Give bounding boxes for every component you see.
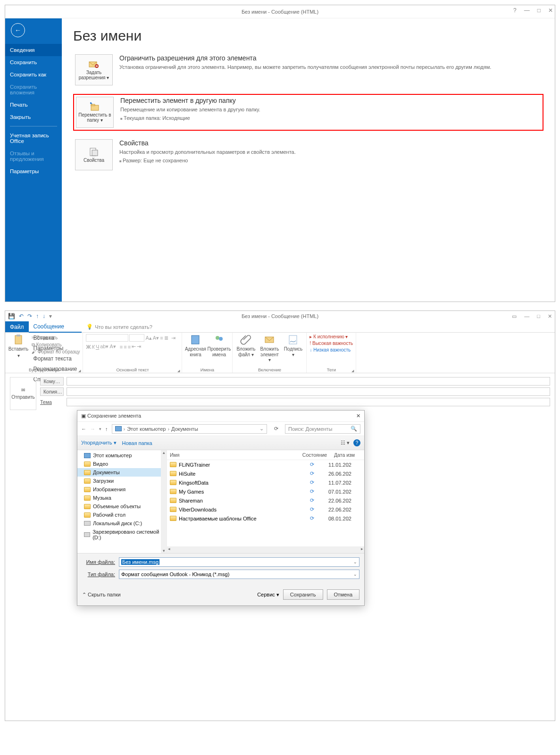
sidebar-item[interactable]: Учетная запись Office	[5, 129, 62, 147]
list-row[interactable]: Настраиваемые шаблоны Office ⟳ 08.01.202	[167, 514, 364, 523]
inc-font-icon[interactable]: A▴	[145, 335, 151, 341]
subject-input[interactable]	[67, 398, 550, 406]
list-scrollbar[interactable]: ◂▸	[167, 546, 364, 553]
col-state[interactable]: Состояние	[298, 450, 331, 460]
sidebar-item[interactable]: Сохранить вложения	[5, 81, 62, 99]
search-box[interactable]: Поиск: Документы 🔍	[285, 424, 360, 434]
align-center-icon[interactable]: ≡	[124, 344, 126, 350]
save-button[interactable]: Сохранить	[283, 589, 323, 600]
cut-button[interactable]: ✂ Вырезать	[32, 334, 80, 341]
refresh-icon[interactable]: ⟳	[271, 426, 281, 432]
numbering-icon[interactable]: ≣	[164, 335, 168, 341]
sidebar-item[interactable]: Параметры	[5, 165, 62, 177]
sidebar-item[interactable]: Сохранить	[5, 56, 62, 68]
indent2-icon[interactable]: ⇥	[137, 344, 141, 350]
indent-icon[interactable]: ⇥	[171, 335, 176, 341]
to-button[interactable]: Кому…	[40, 377, 64, 386]
font-family-combo[interactable]	[86, 334, 128, 342]
help-icon[interactable]: ?	[353, 439, 360, 446]
undo-icon[interactable]: ↶	[19, 313, 24, 319]
hide-folders-button[interactable]: ⌃ Скрыть папки	[82, 592, 121, 598]
crumb-pc[interactable]: Этот компьютер	[127, 426, 166, 432]
font-size-combo[interactable]	[129, 334, 144, 342]
outdent-icon[interactable]: ⇤	[132, 344, 136, 350]
dialog-close-icon[interactable]: ✕	[356, 413, 360, 419]
tree-item[interactable]: Зарезервировано системой (D:)	[77, 528, 167, 542]
format-painter-button[interactable]: 🖌 Формат по образцу	[32, 348, 80, 355]
new-folder-button[interactable]: Новая папка	[122, 440, 152, 446]
to-input[interactable]	[67, 377, 550, 386]
sidebar-item[interactable]: Печать	[5, 99, 62, 111]
ribbon-display-icon[interactable]: ▭	[512, 313, 517, 319]
sidebar-item[interactable]: Сохранить как	[5, 68, 62, 81]
check-names-button[interactable]: Проверить имена	[209, 334, 229, 357]
cancel-button[interactable]: Отмена	[327, 589, 359, 600]
cc-input[interactable]	[67, 387, 550, 396]
list-row[interactable]: ViberDownloads ⟳ 22.06.202	[167, 505, 364, 514]
maximize-icon[interactable]: □	[537, 7, 541, 14]
save-icon[interactable]: 💾	[8, 313, 15, 319]
group-tags-label[interactable]: Теги	[309, 367, 353, 372]
list-row[interactable]: HiSuite ⟳ 26.06.202	[167, 469, 364, 478]
tab-file[interactable]: Файл	[5, 321, 29, 332]
help-icon[interactable]: ?	[513, 7, 517, 14]
filename-input[interactable]: Без имени.msg ⌄	[119, 557, 359, 567]
col-date[interactable]: Дата изм	[331, 450, 364, 460]
minimize-icon[interactable]: —	[524, 313, 529, 319]
back-button[interactable]: ←	[11, 23, 25, 37]
organize-button[interactable]: Упорядочить ▾	[81, 440, 117, 446]
address-book-button[interactable]: Адресная книга	[185, 334, 206, 357]
paste-button[interactable]: Вставить ▾	[8, 334, 29, 358]
nav-forward-icon[interactable]: →	[90, 426, 95, 432]
tree-item[interactable]: Загрузки	[77, 477, 167, 485]
italic-button[interactable]: К	[92, 344, 94, 350]
action-tile[interactable]: Задать разрешения ▾	[75, 54, 113, 85]
down-icon[interactable]: ↓	[42, 313, 45, 319]
tree-item[interactable]: Этот компьютер	[77, 451, 167, 460]
tree-item[interactable]: Изображения	[77, 485, 167, 494]
signature-button[interactable]: Подпись ▾	[283, 334, 303, 357]
list-row[interactable]: My Games ⟳ 07.01.202	[167, 487, 364, 496]
close-icon[interactable]: ✕	[548, 313, 552, 319]
underline-button[interactable]: Ч	[96, 344, 99, 350]
crumb-docs[interactable]: Документы	[171, 426, 198, 432]
tree-item[interactable]: Музыка	[77, 494, 167, 502]
view-button[interactable]: ☷ ▾	[341, 440, 350, 446]
list-row[interactable]: Shareman ⟳ 22.06.202	[167, 496, 364, 505]
up-icon[interactable]: ↑	[36, 313, 39, 319]
list-row[interactable]: KingsoftData ⟳ 11.07.202	[167, 478, 364, 487]
maximize-icon[interactable]: □	[537, 313, 540, 319]
bullets-icon[interactable]: ≡	[160, 335, 163, 341]
redo-icon[interactable]: ↷	[27, 313, 32, 319]
qat-customize-icon[interactable]: ▾	[49, 313, 52, 319]
align-left-icon[interactable]: ≡	[120, 344, 123, 350]
tree-item[interactable]: Локальный диск (C:)	[77, 519, 167, 528]
tools-button[interactable]: Сервис ▾	[257, 592, 279, 598]
high-importance-button[interactable]: ! Высокая важность	[309, 341, 353, 346]
attach-item-button[interactable]: Вложить элемент ▾	[259, 334, 280, 363]
chevron-down-icon[interactable]: ⌄	[353, 560, 357, 564]
action-tile[interactable]: Переместить в папку ▾	[76, 97, 114, 128]
close-icon[interactable]: ✕	[548, 7, 553, 14]
cc-button[interactable]: Копия…	[40, 387, 64, 396]
bold-button[interactable]: Ж	[86, 344, 91, 350]
sidebar-item[interactable]: Закрыть	[5, 111, 62, 123]
ribbon-tab[interactable]: Сообщение	[29, 321, 82, 333]
tree-item[interactable]: Видео	[77, 460, 167, 468]
chevron-down-icon[interactable]: ⌄	[353, 572, 357, 577]
list-row[interactable]: FLiNGTrainer ⟳ 11.01.202	[167, 460, 364, 469]
send-button[interactable]: ✉ Отправить	[10, 377, 36, 410]
attach-file-button[interactable]: Вложить файл ▾	[235, 334, 256, 357]
sidebar-item[interactable]: Отзывы и предложения	[5, 147, 62, 165]
highlight-icon[interactable]: ab▾	[100, 344, 109, 350]
action-tile[interactable]: Свойства	[75, 139, 113, 170]
sidebar-item[interactable]: Сведения	[5, 44, 62, 56]
group-clipboard-label[interactable]: Буфер обмена	[8, 367, 80, 372]
follow-up-button[interactable]: ▸ К исполнению ▾	[309, 334, 348, 339]
tree-item[interactable]: Объемные объекты	[77, 502, 167, 511]
nav-up-icon[interactable]: ↑	[105, 426, 108, 432]
minimize-icon[interactable]: —	[524, 7, 530, 14]
breadcrumb[interactable]: › Этот компьютер › Документы ⌄	[112, 424, 267, 434]
tree-item[interactable]: Документы	[77, 468, 167, 477]
font-color-icon[interactable]: A▾	[109, 344, 116, 350]
